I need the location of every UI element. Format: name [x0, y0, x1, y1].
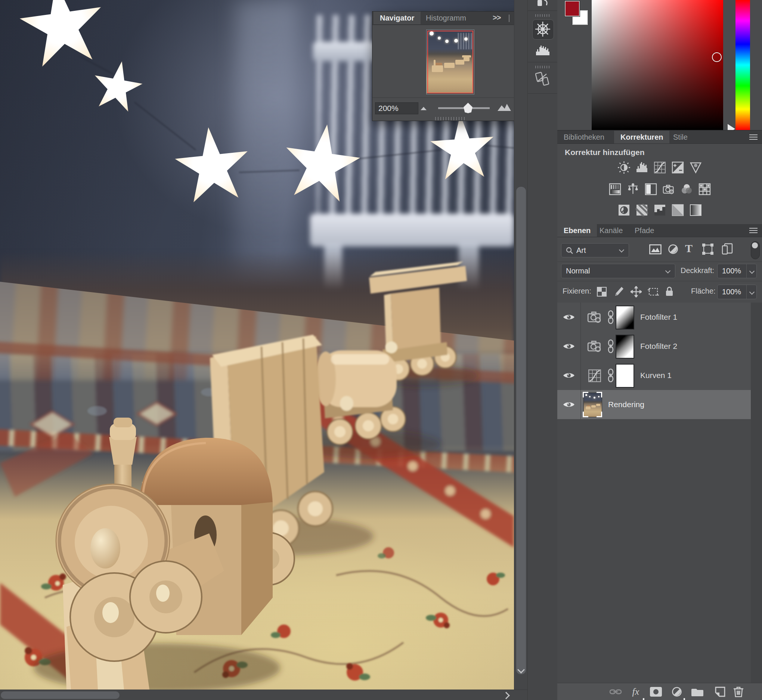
threshold-icon[interactable]	[654, 204, 666, 216]
lock-position-icon[interactable]	[631, 286, 642, 297]
selective-color-icon[interactable]	[671, 204, 684, 216]
color-balance-icon[interactable]	[627, 183, 639, 195]
photo-filter-icon[interactable]	[663, 183, 675, 195]
new-group-icon[interactable]	[690, 683, 704, 700]
navigator-thumbnail[interactable]	[426, 30, 475, 94]
layer-name[interactable]: Fotofilter 2	[640, 332, 677, 361]
new-layer-icon[interactable]	[714, 683, 727, 700]
collapsed-panel-partial-icon[interactable]	[537, 0, 550, 8]
invert-icon[interactable]	[618, 204, 630, 216]
layer-name[interactable]: Fotofilter 1	[640, 303, 677, 332]
visibility-toggle[interactable]	[557, 361, 581, 390]
smart-object-filter-icon[interactable]	[721, 243, 733, 255]
mask-link-icon[interactable]	[607, 310, 614, 324]
layer-effects-icon[interactable]: fx	[629, 683, 642, 700]
zoom-slider-thumb[interactable]	[464, 103, 473, 113]
fill-input[interactable]: 100%	[717, 284, 757, 299]
lock-transparency-icon[interactable]	[597, 287, 607, 297]
zoom-value-input[interactable]: 200%	[375, 102, 418, 114]
tab-pfade[interactable]: Pfade	[628, 224, 661, 237]
mask-link-icon[interactable]	[607, 368, 614, 383]
horizontal-scroll-thumb[interactable]	[1, 691, 120, 699]
new-adjustment-icon[interactable]	[670, 683, 684, 700]
scroll-right-icon[interactable]	[503, 692, 510, 699]
lock-artboard-icon[interactable]	[648, 287, 659, 297]
adjustment-layer-filter-icon[interactable]	[668, 244, 678, 255]
tab-bibliotheken[interactable]: Bibliotheken	[557, 131, 611, 144]
histogram-icon[interactable]	[535, 44, 550, 56]
exposure-icon[interactable]	[671, 161, 684, 174]
add-adjustment-heading: Korrektur hinzufügen	[565, 148, 645, 157]
navigator-wheel-icon[interactable]	[534, 21, 551, 38]
saturation-brightness-field[interactable]	[592, 0, 723, 130]
type-layer-filter-icon[interactable]: T	[685, 242, 693, 255]
info-frames-icon[interactable]	[535, 72, 550, 88]
shape-layer-filter-icon[interactable]	[702, 244, 714, 255]
layer-filter-kind-select[interactable]: Art	[561, 243, 629, 257]
collapse-panel-icon[interactable]: >>	[493, 14, 501, 22]
layers-empty-area	[557, 419, 751, 683]
layer-mask-thumbnail[interactable]	[615, 335, 634, 359]
navigator-proxy-view[interactable]	[427, 31, 473, 94]
levels-icon[interactable]	[636, 161, 648, 174]
mask-link-icon[interactable]	[607, 339, 614, 353]
gradient-map-icon[interactable]	[690, 204, 702, 216]
panel-menu-icon[interactable]	[749, 134, 757, 140]
dock-grip[interactable]	[535, 66, 550, 68]
tab-histogramm[interactable]: Histogramm	[420, 12, 473, 24]
blend-mode-select[interactable]: Normal	[561, 264, 675, 278]
canvas-vertical-scrollbar[interactable]	[514, 0, 528, 689]
panel-menu-icon[interactable]	[749, 228, 757, 233]
navigator-panel: Navigator Histogramm >>	[372, 11, 514, 121]
visibility-toggle[interactable]	[557, 390, 581, 419]
panel-resize-grip[interactable]	[435, 117, 465, 120]
lock-all-icon[interactable]	[665, 286, 674, 297]
vertical-scroll-thumb[interactable]	[516, 187, 526, 674]
layer-mask-thumbnail[interactable]	[615, 364, 634, 388]
zoom-in-mountain-icon[interactable]	[497, 103, 511, 111]
layer-row-fotofilter1[interactable]: Fotofilter 1	[557, 303, 751, 332]
zoom-out-mountain-icon[interactable]	[420, 105, 430, 111]
lock-pixels-icon[interactable]	[613, 286, 624, 297]
channel-mixer-icon[interactable]	[681, 183, 693, 195]
brightness-contrast-icon[interactable]	[618, 161, 630, 174]
tab-kanaele[interactable]: Kanäle	[593, 224, 629, 237]
blend-mode-row: Normal Deckkraft: 100%	[557, 261, 762, 281]
visibility-toggle[interactable]	[557, 332, 581, 361]
document-canvas[interactable]: Navigator Histogramm >>	[0, 0, 514, 689]
color-lookup-icon[interactable]	[698, 183, 711, 195]
layer-row-fotofilter2[interactable]: Fotofilter 2	[557, 332, 751, 361]
link-layers-icon[interactable]	[609, 683, 622, 700]
layer-name[interactable]: Kurven 1	[640, 361, 671, 390]
black-white-icon[interactable]	[645, 183, 657, 195]
lock-label: Fixieren:	[562, 287, 591, 295]
cutoff-text-mark	[684, 698, 685, 700]
dock-grip[interactable]	[535, 14, 550, 17]
filter-toggle[interactable]	[751, 241, 760, 259]
layer-thumbnail[interactable]	[583, 392, 602, 417]
color-field-cursor[interactable]	[712, 52, 721, 62]
delete-layer-icon[interactable]	[731, 683, 746, 700]
canvas-horizontal-scrollbar[interactable]	[0, 689, 528, 700]
hue-slider[interactable]	[735, 0, 750, 130]
foreground-color-swatch[interactable]	[565, 1, 580, 16]
tab-ebenen[interactable]: Ebenen	[557, 224, 597, 237]
visibility-toggle[interactable]	[557, 303, 581, 332]
add-mask-icon[interactable]	[649, 683, 663, 700]
layer-row-kurven1[interactable]: Kurven 1	[557, 361, 751, 391]
layer-row-rendering[interactable]: Rendering	[557, 390, 751, 419]
posterize-icon[interactable]	[636, 204, 648, 216]
tab-stile[interactable]: Stile	[667, 131, 694, 144]
layer-mask-thumbnail[interactable]	[615, 306, 634, 330]
blend-mode-value: Normal	[561, 267, 590, 275]
photo-filter-layer-icon	[587, 311, 602, 323]
pixel-layer-filter-icon[interactable]	[649, 244, 662, 255]
tab-navigator[interactable]: Navigator	[373, 12, 421, 24]
vibrance-icon[interactable]	[690, 161, 702, 174]
lock-row: Fixieren: Fläche: 100%	[557, 281, 762, 303]
curves-icon[interactable]	[654, 161, 666, 174]
hue-saturation-icon[interactable]	[609, 183, 621, 195]
opacity-input[interactable]: 100%	[717, 264, 757, 278]
layer-name[interactable]: Rendering	[608, 390, 644, 419]
tab-korrekturen[interactable]: Korrekturen	[614, 131, 669, 144]
